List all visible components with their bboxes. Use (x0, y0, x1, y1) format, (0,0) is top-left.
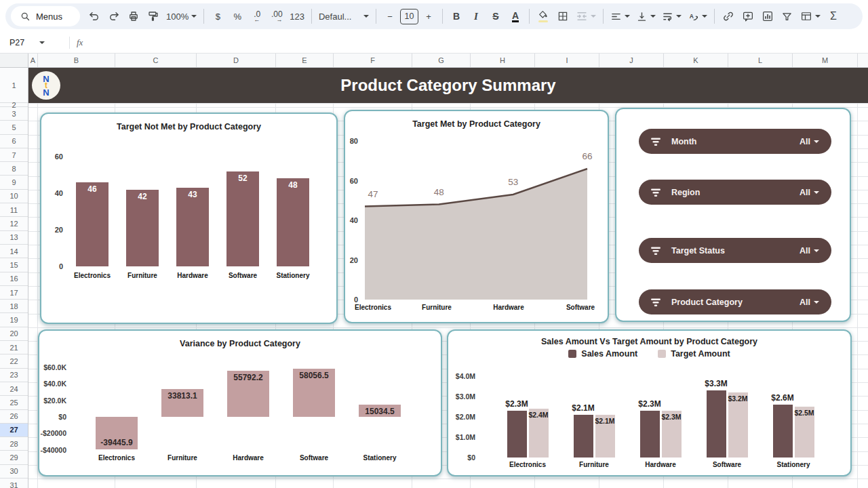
undo-button[interactable] (85, 7, 104, 26)
borders-icon (557, 10, 569, 22)
row-header-30[interactable]: 30 (0, 465, 28, 479)
decrease-decimal-button[interactable]: .0← (248, 7, 267, 26)
bold-button[interactable]: B (447, 7, 466, 26)
row-header-9[interactable]: 9 (0, 176, 28, 189)
row-header-16[interactable]: 16 (0, 272, 28, 286)
filter-region[interactable]: Region All (639, 180, 831, 205)
row-header-5[interactable]: 5 (0, 121, 28, 134)
filter-views-button[interactable] (797, 7, 823, 26)
row-header-20[interactable]: 20 (0, 327, 28, 341)
ytick-0: 0 (16, 262, 63, 270)
minus-icon: − (387, 12, 393, 22)
text-rotation-button[interactable]: A (685, 7, 710, 26)
increase-font-size-button[interactable]: + (419, 7, 438, 26)
ytick-$40.0K: $40.0K (19, 380, 66, 388)
row-header-17[interactable]: 17 (0, 286, 28, 300)
column-header-e[interactable]: E (276, 54, 334, 67)
font-family-select[interactable]: Defaul... (316, 7, 372, 26)
row-header-1[interactable]: 1 (0, 68, 28, 103)
value-label: $3.2M (717, 394, 758, 403)
toolbar-divider (529, 9, 530, 24)
value-label: 55792.2 (218, 373, 279, 382)
strikethrough-button[interactable]: S (486, 7, 505, 26)
row-header-14[interactable]: 14 (0, 245, 28, 258)
redo-button[interactable] (104, 7, 123, 26)
row-header-6[interactable]: 6 (0, 135, 28, 148)
text-wrap-button[interactable] (659, 7, 684, 26)
filter-month[interactable]: Month All (639, 129, 831, 154)
filter-product-category[interactable]: Product Category All (639, 289, 831, 314)
format-percent-button[interactable]: % (228, 7, 247, 26)
name-box[interactable]: P27 (0, 38, 68, 47)
decrease-font-size-button[interactable]: − (380, 7, 399, 26)
column-header-j[interactable]: J (599, 54, 664, 67)
column-header-b[interactable]: B (38, 54, 115, 67)
column-header-c[interactable]: C (115, 54, 197, 67)
column-header-i[interactable]: I (535, 54, 599, 67)
row-header-11[interactable]: 11 (0, 203, 28, 217)
row-header-31[interactable]: 31 (0, 479, 28, 488)
ytick-0: 0 (311, 296, 358, 304)
paint-format-button[interactable] (144, 7, 163, 26)
increase-decimal-button[interactable]: .00→ (267, 7, 286, 26)
menus-button[interactable]: Menus (11, 6, 80, 26)
column-header-g[interactable]: G (412, 54, 471, 67)
column-header-d[interactable]: D (197, 54, 276, 67)
filter-panel-card: Month All Region All Target Status All P… (615, 108, 851, 322)
chart-card-target-met[interactable]: Target Met by Product Category 020406080… (344, 110, 609, 323)
more-formats-button[interactable]: 123 (287, 7, 307, 26)
value-label: $3.3M (696, 379, 736, 388)
row-header-3[interactable]: 3 (0, 107, 28, 121)
fill-color-button[interactable] (534, 7, 553, 26)
row-header-19[interactable]: 19 (0, 313, 28, 327)
column-header-l[interactable]: L (728, 54, 793, 67)
row-header-8[interactable]: 8 (0, 162, 28, 176)
category-label-stationery: Stationery (763, 461, 824, 468)
filter-lines-icon (650, 188, 662, 197)
grid-vline (857, 68, 858, 488)
filter-value: All (800, 298, 810, 307)
insert-link-button[interactable] (719, 7, 738, 26)
chart-card-sales-vs-target[interactable]: Sales Amount Vs Target Amount by Product… (447, 329, 852, 476)
formula-input[interactable] (83, 33, 868, 53)
filter-label: Product Category (671, 298, 743, 307)
print-button[interactable] (124, 7, 143, 26)
row-header-18[interactable]: 18 (0, 300, 28, 313)
create-filter-button[interactable] (778, 7, 797, 26)
insert-chart-button[interactable] (758, 7, 777, 26)
font-size-input[interactable]: 10 (400, 9, 418, 24)
italic-button[interactable]: I (467, 7, 486, 26)
filter-target-status[interactable]: Target Status All (639, 238, 831, 263)
insert-comment-button[interactable] (738, 7, 757, 26)
chevron-down-icon (650, 15, 656, 18)
borders-button[interactable] (553, 7, 572, 26)
zoom-select[interactable]: 100% (163, 7, 199, 26)
chart-card-target-not-met[interactable]: Target Not Met by Product Category 02040… (40, 113, 338, 324)
legend-swatch (658, 350, 666, 358)
vertical-align-button[interactable] (633, 7, 658, 26)
column-header-h[interactable]: H (471, 54, 535, 67)
category-label-electronics: Electronics (86, 454, 147, 462)
chevron-down-icon (625, 15, 630, 18)
legend-label: Sales Amount (581, 349, 637, 359)
chart-card-variance[interactable]: Variance by Product Category $60.0K$40.0… (38, 329, 442, 476)
text-color-button[interactable]: A (506, 7, 525, 26)
value-label: $2.3M (651, 413, 692, 421)
category-label-hardware: Hardware (218, 454, 279, 462)
column-header-m[interactable]: M (793, 54, 858, 67)
select-all-corner[interactable] (0, 54, 28, 68)
point-label: 47 (353, 189, 393, 199)
merge-cells-button[interactable] (573, 7, 599, 26)
column-header-a[interactable]: A (28, 54, 38, 67)
format-currency-button[interactable]: $ (208, 7, 227, 26)
ytick-$60.0K: $60.0K (19, 363, 66, 371)
column-header-f[interactable]: F (334, 54, 412, 67)
align-bottom-icon (636, 11, 648, 22)
row-header-21[interactable]: 21 (0, 341, 28, 354)
column-header-k[interactable]: K (664, 54, 728, 67)
sales-vs-target-plot: $4.0M$3.0M$2.0M$1.0M$0ElectronicsFurnitu… (481, 370, 847, 472)
toolbar-divider (311, 9, 312, 24)
functions-button[interactable]: Σ (824, 7, 843, 26)
horizontal-align-button[interactable] (608, 7, 633, 26)
link-icon (722, 10, 734, 22)
